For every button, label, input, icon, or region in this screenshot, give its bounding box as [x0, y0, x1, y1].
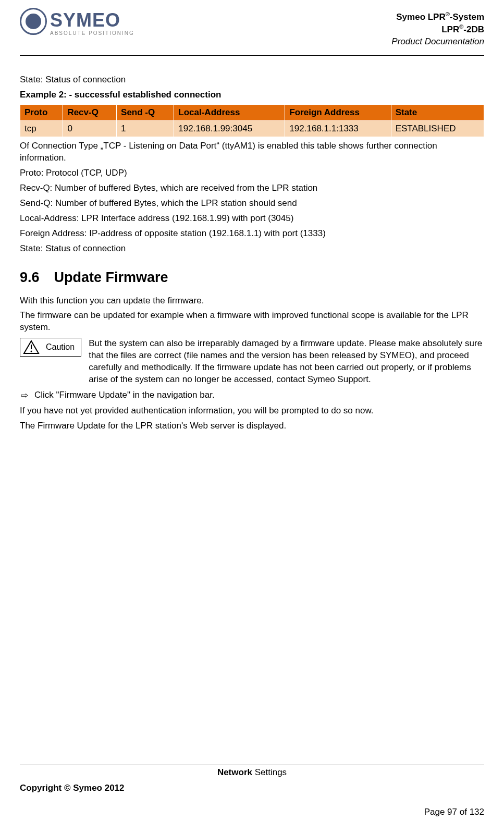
local-desc: Local-Address: LPR Interface address (19… [20, 213, 484, 225]
page-header: SYMEO ABSOLUTE POSITIONING Symeo LPR®-Sy… [20, 10, 484, 56]
svg-point-2 [31, 351, 32, 352]
section-number: 9.6 [20, 270, 40, 286]
header-line1-sup: ® [446, 11, 450, 17]
auth-note: If you have not yet provided authenticat… [20, 405, 484, 417]
arrow-icon: ⇨ [20, 390, 29, 401]
th-state: State [391, 105, 484, 121]
td-foreign: 192.168.1.1:1333 [285, 121, 391, 137]
th-proto: Proto [20, 105, 63, 121]
header-line1-prefix: Symeo LPR [396, 12, 445, 22]
logo: SYMEO ABSOLUTE POSITIONING [20, 10, 134, 38]
logo-subtext: ABSOLUTE POSITIONING [50, 30, 134, 36]
caution-box: Caution [20, 338, 81, 357]
th-foreign: Foreign Address [285, 105, 391, 121]
caution-text: But the system can also be irreparably d… [89, 338, 484, 386]
example-heading: Example 2: - successful established conn… [20, 89, 484, 101]
recvq-desc: Recv-Q: Number of buffered Bytes, which … [20, 182, 484, 194]
page-footer: Network Settings Copyright © Symeo 2012 … [20, 765, 484, 817]
connection-table: Proto Recv-Q Send -Q Local-Address Forei… [20, 104, 484, 137]
caution-label: Caution [46, 342, 75, 352]
table-row: tcp 0 1 192.168.1.99:3045 192.168.1.1:13… [20, 121, 484, 137]
foreign-desc: Foreign Address: IP-address of opposite … [20, 228, 484, 240]
td-recvq: 0 [63, 121, 117, 137]
td-sendq: 1 [117, 121, 174, 137]
header-line2-prefix: LPR [441, 24, 459, 34]
header-line1-suffix: -System [450, 12, 484, 22]
section-heading: 9.6Update Firmware [20, 270, 484, 286]
header-line3: Product Documentation [391, 36, 484, 46]
footer-page-number: Page 97 of 132 [20, 807, 484, 817]
footer-section-rest: Settings [252, 767, 287, 777]
step-item: ⇨ Click "Firmware Update" in the navigat… [20, 390, 484, 401]
th-recvq: Recv-Q [63, 105, 117, 121]
fw-scope: The firmware can be updated for example … [20, 310, 484, 334]
state-line-2: State: Status of connection [20, 243, 484, 255]
display-note: The Firmware Update for the LPR station'… [20, 420, 484, 432]
page-content: State: Status of connection Example 2: -… [20, 74, 484, 432]
step-text: Click "Firmware Update" in the navigatio… [34, 390, 215, 401]
footer-section-title: Network Settings [20, 767, 484, 778]
td-proto: tcp [20, 121, 63, 137]
header-line2-suffix: -2DB [463, 24, 484, 34]
logo-text: SYMEO [50, 12, 134, 29]
after-table-text: Of Connection Type „TCP - Listening on D… [20, 140, 484, 164]
section-title: Update Firmware [54, 270, 168, 285]
logo-icon [20, 8, 47, 35]
header-title-block: Symeo LPR®-System LPR®-2DB Product Docum… [391, 10, 484, 48]
proto-desc: Proto: Protocol (TCP, UDP) [20, 167, 484, 179]
state-line-1: State: Status of connection [20, 74, 484, 86]
th-local: Local-Address [174, 105, 285, 121]
footer-copyright: Copyright © Symeo 2012 [20, 783, 484, 793]
th-sendq: Send -Q [117, 105, 174, 121]
table-header-row: Proto Recv-Q Send -Q Local-Address Forei… [20, 105, 484, 121]
footer-section-bold: Network [217, 767, 252, 777]
func-desc: With this function you can update the fi… [20, 295, 484, 307]
td-state: ESTABLISHED [391, 121, 484, 137]
sendq-desc: Send-Q: Number of buffered Bytes, which … [20, 198, 484, 210]
warning-icon [23, 340, 40, 354]
td-local: 192.168.1.99:3045 [174, 121, 285, 137]
